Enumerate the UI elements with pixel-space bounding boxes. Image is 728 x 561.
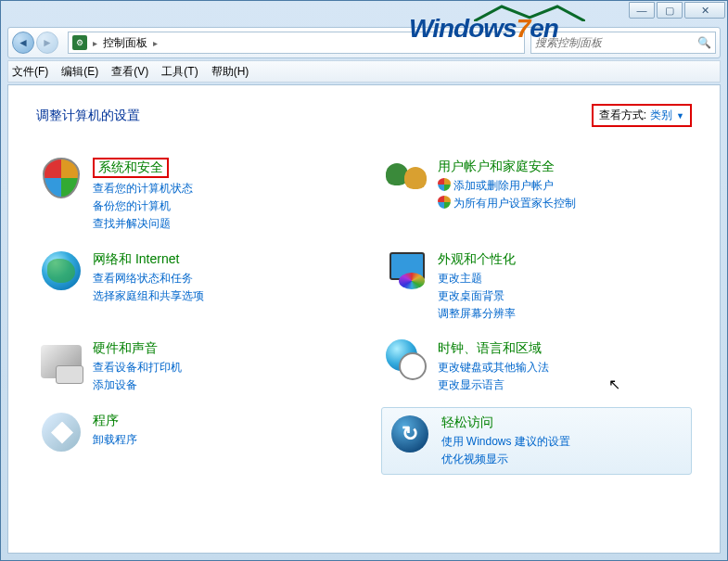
view-by-value[interactable]: 类别	[650, 108, 672, 123]
category-body: 用户帐户和家庭安全添加或删除用户帐户为所有用户设置家长控制	[438, 158, 688, 212]
category-body: 系统和安全查看您的计算机状态备份您的计算机查找并解决问题	[93, 158, 343, 234]
category-body: 外观和个性化更改主题更改桌面背景调整屏幕分辨率	[438, 250, 688, 324]
category-title-link[interactable]: 轻松访问	[441, 414, 493, 431]
category-sublink[interactable]: 查看网络状态和任务	[93, 270, 343, 287]
system-security-icon	[41, 158, 82, 198]
menu-tools[interactable]: 工具(T)	[161, 64, 198, 80]
category-sublink[interactable]: 选择家庭组和共享选项	[93, 287, 343, 305]
category-clock-language[interactable]: 时钟、语言和区域更改键盘或其他输入法更改显示语言	[381, 335, 693, 399]
category-sublink[interactable]: 添加或删除用户帐户	[438, 177, 688, 195]
category-user-accounts[interactable]: 用户帐户和家庭安全添加或删除用户帐户为所有用户设置家长控制	[381, 153, 693, 238]
category-body: 程序卸载程序	[93, 412, 343, 449]
category-links: 使用 Windows 建议的设置优化视频显示	[441, 433, 684, 468]
page-title: 调整计算机的设置	[36, 108, 140, 124]
navigation-bar: ◄ ► ⚙ ▸ 控制面板 ▸ 🔍	[7, 27, 721, 58]
chevron-down-icon[interactable]: ▼	[676, 111, 684, 121]
window-controls: — ▢ ✕	[629, 2, 725, 19]
maximize-button[interactable]: ▢	[657, 2, 683, 19]
category-sublink[interactable]: 添加设备	[93, 376, 343, 394]
category-body: 时钟、语言和区域更改键盘或其他输入法更改显示语言	[438, 339, 688, 394]
category-sublink[interactable]: 为所有用户设置家长控制	[438, 195, 688, 212]
search-box[interactable]: 🔍	[530, 32, 716, 54]
view-by-label: 查看方式:	[599, 108, 646, 123]
appearance-icon	[386, 250, 427, 291]
category-links: 更改主题更改桌面背景调整屏幕分辨率	[438, 270, 688, 324]
uac-shield-icon	[438, 196, 451, 209]
breadcrumb-location[interactable]: 控制面板	[103, 35, 147, 51]
hardware-sound-icon	[41, 339, 82, 380]
category-sublink[interactable]: 使用 Windows 建议的设置	[441, 433, 684, 451]
category-title-link[interactable]: 用户帐户和家庭安全	[438, 159, 555, 175]
category-sublink[interactable]: 备份您的计算机	[93, 198, 343, 215]
category-system-security[interactable]: 系统和安全查看您的计算机状态备份您的计算机查找并解决问题	[36, 153, 348, 238]
forward-button[interactable]: ►	[36, 32, 58, 54]
user-accounts-icon	[386, 158, 427, 198]
view-by-control[interactable]: 查看方式: 类别 ▼	[592, 104, 692, 127]
breadcrumb-separator-icon: ▸	[153, 38, 158, 48]
close-button[interactable]: ✕	[684, 2, 725, 19]
category-sublink[interactable]: 卸载程序	[93, 431, 343, 449]
search-icon[interactable]: 🔍	[697, 36, 711, 49]
category-ease-of-access[interactable]: 轻松访问使用 Windows 建议的设置优化视频显示	[381, 407, 693, 475]
category-links: 更改键盘或其他输入法更改显示语言	[438, 359, 688, 394]
category-sublink[interactable]: 调整屏幕分辨率	[438, 305, 688, 323]
category-title-link[interactable]: 硬件和声音	[93, 340, 158, 357]
address-bar[interactable]: ⚙ ▸ 控制面板 ▸	[68, 32, 525, 54]
category-title-link[interactable]: 时钟、语言和区域	[438, 340, 542, 357]
category-sublink[interactable]: 更改显示语言	[438, 376, 688, 394]
category-network-internet[interactable]: 网络和 Internet查看网络状态和任务选择家庭组和共享选项	[36, 246, 348, 328]
minimize-button[interactable]: —	[629, 2, 655, 19]
content-area: 调整计算机的设置 查看方式: 类别 ▼ 系统和安全查看您的计算机状态备份您的计算…	[7, 84, 721, 554]
search-input[interactable]	[535, 36, 697, 49]
category-body: 轻松访问使用 Windows 建议的设置优化视频显示	[441, 414, 684, 468]
menu-file[interactable]: 文件(F)	[12, 64, 48, 80]
category-hardware-sound[interactable]: 硬件和声音查看设备和打印机添加设备	[36, 335, 348, 399]
content-header: 调整计算机的设置 查看方式: 类别 ▼	[36, 104, 692, 127]
category-body: 硬件和声音查看设备和打印机添加设备	[93, 339, 343, 394]
category-body: 网络和 Internet查看网络状态和任务选择家庭组和共享选项	[93, 250, 343, 305]
category-links: 卸载程序	[93, 431, 343, 449]
category-programs[interactable]: 程序卸载程序	[36, 407, 348, 475]
category-appearance[interactable]: 外观和个性化更改主题更改桌面背景调整屏幕分辨率	[381, 246, 693, 328]
category-links: 查看网络状态和任务选择家庭组和共享选项	[93, 270, 343, 305]
category-sublink[interactable]: 更改键盘或其他输入法	[438, 359, 688, 376]
category-title-link[interactable]: 网络和 Internet	[93, 251, 179, 268]
menu-view[interactable]: 查看(V)	[111, 64, 148, 80]
programs-icon	[41, 412, 82, 453]
category-sublink[interactable]: 查找并解决问题	[93, 215, 343, 233]
breadcrumb-separator-icon: ▸	[93, 38, 97, 48]
category-title-link[interactable]: 外观和个性化	[438, 251, 516, 268]
category-sublink[interactable]: 查看您的计算机状态	[93, 180, 343, 198]
clock-language-icon	[386, 339, 427, 380]
category-sublink[interactable]: 更改主题	[438, 270, 688, 287]
category-links: 查看您的计算机状态备份您的计算机查找并解决问题	[93, 180, 343, 234]
category-sublink[interactable]: 优化视频显示	[441, 451, 684, 468]
category-title-link[interactable]: 系统和安全	[93, 158, 169, 178]
menu-bar: 文件(F) 编辑(E) 查看(V) 工具(T) 帮助(H)	[7, 60, 721, 83]
category-links: 查看设备和打印机添加设备	[93, 359, 343, 394]
category-sublink[interactable]: 更改桌面背景	[438, 287, 688, 305]
titlebar: — ▢ ✕	[1, 1, 727, 27]
category-sublink[interactable]: 查看设备和打印机	[93, 359, 343, 376]
category-title-link[interactable]: 程序	[93, 413, 119, 429]
category-grid: 系统和安全查看您的计算机状态备份您的计算机查找并解决问题用户帐户和家庭安全添加或…	[36, 153, 692, 475]
control-panel-icon: ⚙	[72, 35, 87, 50]
back-button[interactable]: ◄	[12, 32, 34, 54]
menu-help[interactable]: 帮助(H)	[211, 64, 249, 80]
nav-arrows: ◄ ►	[8, 32, 62, 54]
uac-shield-icon	[438, 178, 451, 191]
window-frame: — ▢ ✕ ◄ ► ⚙ ▸ 控制面板 ▸ 🔍 文件(F) 编辑(E) 查看(V)…	[0, 0, 728, 561]
category-links: 添加或删除用户帐户为所有用户设置家长控制	[438, 177, 688, 212]
ease-of-access-icon	[390, 414, 430, 454]
menu-edit[interactable]: 编辑(E)	[61, 64, 98, 80]
network-internet-icon	[41, 250, 82, 291]
